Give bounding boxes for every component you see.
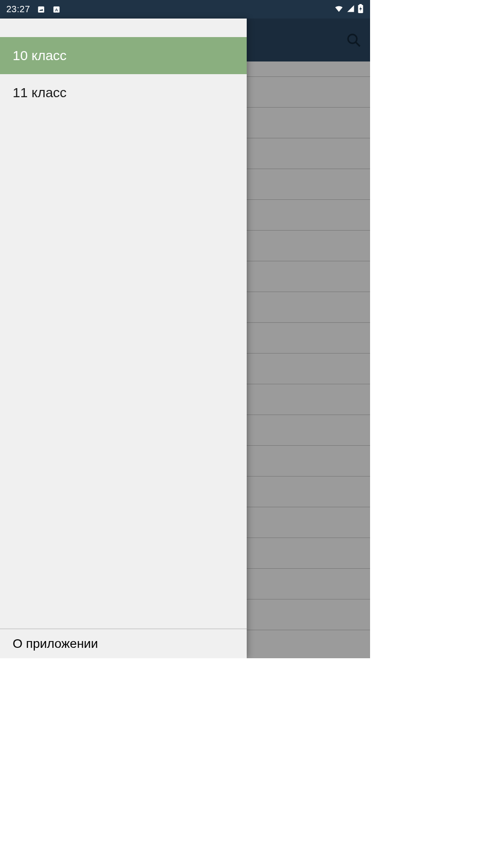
drawer-about-label: О приложении	[13, 637, 98, 651]
picture-icon	[37, 5, 46, 14]
text-a-icon: A	[52, 5, 61, 14]
drawer-item-0[interactable]: 10 класс	[0, 37, 247, 74]
status-left: 23:27 A	[6, 4, 61, 14]
status-right	[334, 4, 364, 15]
drawer-item-label: 11 класс	[13, 85, 66, 100]
svg-text:A: A	[55, 7, 58, 12]
drawer-item-label: 10 класс	[13, 48, 66, 63]
status-bar: 23:27 A	[0, 0, 370, 19]
battery-charging-icon	[357, 4, 364, 15]
drawer-spacer	[0, 19, 247, 37]
status-time: 23:27	[6, 4, 30, 14]
drawer-fill	[0, 111, 247, 628]
wifi-icon	[334, 5, 344, 14]
svg-rect-0	[38, 6, 44, 13]
navigation-drawer: 10 класс11 класс О приложении	[0, 19, 247, 658]
svg-rect-4	[359, 4, 362, 5]
cell-signal-icon	[347, 5, 355, 14]
drawer-about[interactable]: О приложении	[0, 628, 247, 658]
drawer-item-1[interactable]: 11 класс	[0, 74, 247, 111]
